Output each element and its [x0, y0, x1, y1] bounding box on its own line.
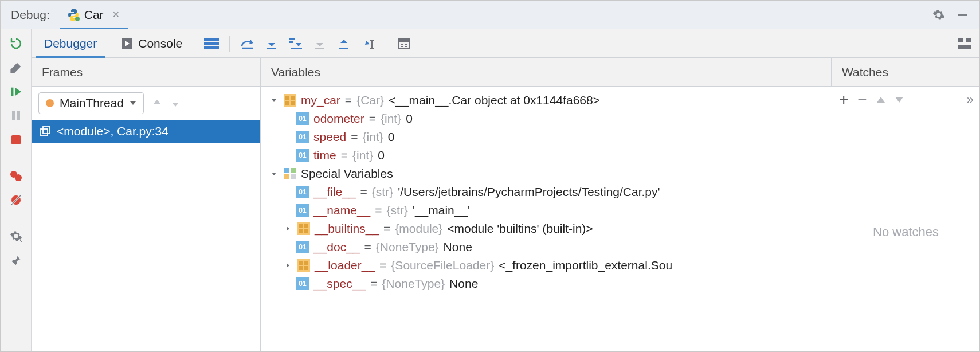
variable-row-loader[interactable]: __loader__ = {SourceFileLoader} <_frozen… [264, 256, 828, 275]
var-value: 0 [388, 130, 395, 144]
svg-rect-3 [12, 111, 15, 120]
var-value: <module 'builtins' (built-in)> [447, 222, 593, 236]
remove-watch-button[interactable]: − [857, 91, 867, 109]
layout-settings-icon[interactable] [958, 29, 971, 57]
pin-button[interactable] [7, 252, 25, 269]
svg-rect-20 [339, 48, 348, 49]
var-type: {int} [362, 130, 383, 144]
settings-button[interactable] [7, 228, 25, 245]
var-value: 0 [378, 148, 385, 162]
step-into-my-code-button[interactable] [286, 34, 305, 53]
svg-rect-2 [11, 88, 13, 96]
svg-rect-1 [958, 14, 967, 16]
toolbar-separator [7, 218, 25, 218]
svg-rect-11 [204, 38, 219, 41]
svg-rect-30 [958, 38, 963, 42]
int-icon: 01 [296, 241, 309, 253]
force-step-into-button[interactable] [310, 34, 330, 53]
variable-row-builtins[interactable]: __builtins__ = {module} <module 'builtin… [264, 220, 828, 238]
var-name: time [313, 148, 336, 162]
thread-selector[interactable]: MainThread [38, 92, 144, 114]
threads-view-icon[interactable] [202, 34, 221, 53]
debug-vertical-toolbar [1, 29, 32, 351]
config-tab-car[interactable]: Car × [60, 1, 129, 29]
step-into-button[interactable] [262, 34, 281, 53]
svg-rect-15 [267, 48, 276, 49]
debug-tool-window: Debug: Car × [0, 0, 980, 352]
variable-row-my-car[interactable]: my_car = {Car} <__main__.Car object at 0… [264, 91, 828, 109]
var-name: __loader__ [315, 259, 375, 272]
variable-row-time[interactable]: 01 time = {int} 0 [264, 146, 828, 165]
run-to-cursor-button[interactable] [358, 34, 378, 53]
object-icon [297, 259, 310, 272]
var-value: <_frozen_importlib_external.Sou [499, 259, 672, 272]
minimize-icon[interactable] [957, 9, 968, 21]
equals: = [369, 112, 376, 126]
var-name: my_car [301, 93, 340, 107]
equals: = [360, 185, 367, 199]
svg-rect-52 [299, 266, 303, 270]
var-name: speed [313, 130, 346, 144]
view-breakpoints-button[interactable] [7, 167, 25, 185]
tab-console[interactable]: Console [109, 29, 195, 57]
var-name: Special Variables [301, 167, 393, 181]
watches-empty-label: No watches [832, 113, 979, 351]
variable-row-file[interactable]: 01 __file__ = {str} '/Users/jetbrains/Py… [264, 183, 828, 201]
int-icon: 01 [296, 149, 309, 162]
tab-debugger[interactable]: Debugger [32, 29, 109, 57]
svg-rect-38 [285, 101, 289, 105]
variables-pane: my_car = {Car} <__main__.Car object at 0… [261, 87, 832, 351]
step-over-button[interactable] [238, 34, 257, 53]
chevron-right-icon [283, 225, 293, 233]
svg-rect-19 [315, 48, 324, 49]
svg-rect-50 [299, 261, 303, 265]
variable-row-speed[interactable]: 01 speed = {int} 0 [264, 128, 828, 146]
var-type: {str} [372, 185, 393, 199]
int-icon: 01 [296, 112, 309, 125]
frame-item[interactable]: <module>, Car.py:34 [32, 120, 260, 143]
move-up-button[interactable] [876, 96, 885, 104]
svg-rect-16 [289, 38, 295, 40]
equals: = [364, 240, 371, 254]
evaluate-expression-button[interactable] [394, 34, 414, 53]
more-icon[interactable]: » [967, 92, 973, 107]
svg-rect-37 [291, 96, 295, 100]
int-icon: 01 [296, 204, 309, 217]
svg-rect-31 [966, 38, 971, 42]
int-icon: 01 [296, 131, 309, 143]
var-type: {NoneType} [376, 240, 439, 254]
next-frame-button[interactable] [170, 98, 181, 108]
stop-button[interactable] [7, 131, 25, 148]
add-watch-button[interactable]: + [839, 91, 848, 109]
variable-row-name[interactable]: 01 __name__ = {str} '__main__' [264, 201, 828, 220]
step-out-button[interactable] [334, 34, 354, 53]
pause-button[interactable] [7, 107, 25, 124]
svg-rect-33 [41, 129, 48, 136]
svg-rect-53 [304, 266, 308, 270]
var-value: 0 [406, 112, 413, 126]
variable-row-odometer[interactable]: 01 odometer = {int} 0 [264, 109, 828, 128]
thread-name: MainThread [60, 96, 124, 110]
chevron-down-icon [269, 170, 279, 178]
debug-tabs-row: Debugger Console [32, 29, 979, 58]
close-icon[interactable]: × [108, 8, 120, 21]
svg-rect-51 [304, 261, 308, 265]
svg-rect-4 [17, 111, 20, 120]
modify-run-config-button[interactable] [7, 59, 25, 76]
svg-point-7 [15, 174, 22, 181]
var-type: {str} [387, 204, 408, 217]
svg-rect-12 [204, 42, 219, 45]
move-down-button[interactable] [895, 96, 904, 104]
prev-frame-button[interactable] [152, 98, 162, 108]
svg-rect-39 [291, 101, 295, 105]
chevron-right-icon [283, 261, 293, 269]
variable-row-special[interactable]: Special Variables [264, 165, 828, 183]
mute-breakpoints-button[interactable] [7, 191, 25, 209]
variable-row-doc[interactable]: 01 __doc__ = {NoneType} None [264, 238, 828, 256]
svg-rect-45 [299, 224, 303, 228]
rerun-button[interactable] [7, 35, 25, 52]
variable-row-spec[interactable]: 01 __spec__ = {NoneType} None [264, 275, 828, 293]
object-icon [284, 94, 296, 107]
settings-icon[interactable] [932, 9, 945, 21]
resume-button[interactable] [7, 83, 25, 100]
